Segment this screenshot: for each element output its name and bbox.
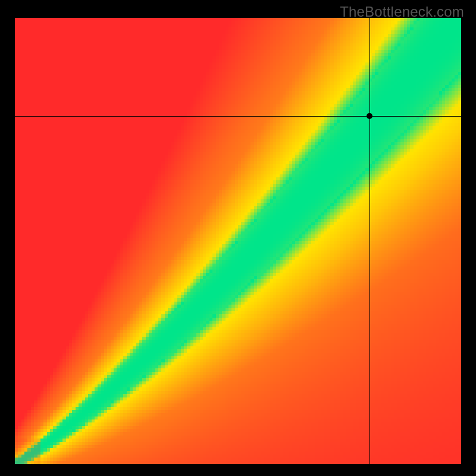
watermark-text: TheBottleneck.com bbox=[340, 4, 464, 20]
heatmap-plot bbox=[15, 18, 461, 464]
selection-marker bbox=[367, 113, 372, 119]
crosshair-horizontal bbox=[15, 116, 461, 117]
heatmap-canvas bbox=[15, 18, 461, 464]
crosshair-vertical bbox=[369, 18, 370, 464]
